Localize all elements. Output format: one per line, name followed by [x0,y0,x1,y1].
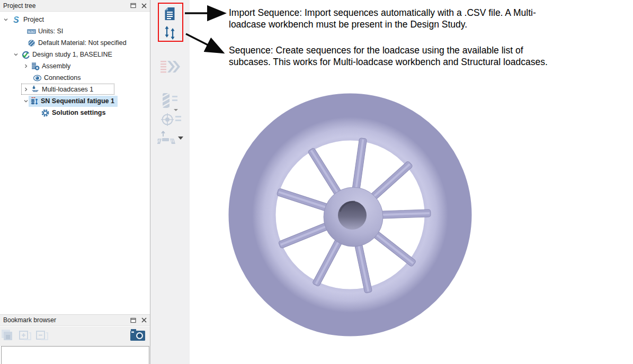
tree-item-label: Default Material: Not specified [38,39,127,47]
chevron-down-icon[interactable] [23,98,29,104]
project-tree-header: Project tree [0,0,150,12]
sn-fatigue-icon [30,97,39,106]
bookmark-browser-title: Bookmark browser [3,316,129,324]
chevron-right-icon[interactable] [23,87,29,92]
tree-item-multi-loadcases[interactable]: Multi-loadcases 1 [0,84,150,95]
callout-line: Sequence: Create sequences for the loadc… [229,44,548,56]
chevron-down-icon[interactable] [3,17,8,22]
tree-item-design-study[interactable]: Design study 1, BASELINE [0,49,150,60]
camera-icon [130,329,145,342]
close-panel-button[interactable] [139,2,149,10]
wheel-geometry [252,117,448,313]
chevron-right-icon[interactable] [23,63,29,69]
left-dock-area: Project tree S Project [0,0,150,364]
application-window: Project tree S Project [0,0,633,364]
fixture-button[interactable] [157,130,184,145]
tree-item-project[interactable]: S Project [0,14,150,25]
tree-item-label: Project [23,16,44,23]
float-panel-button[interactable] [129,316,138,324]
solution-settings-icon [41,108,50,117]
tree-item-units[interactable]: Units: SI [0,25,150,37]
simcenter-logo-icon: S [12,15,21,24]
connections-icon [33,74,42,83]
svg-text:S: S [13,15,19,24]
snapshot-button[interactable] [130,329,145,342]
collapse-all-button[interactable] [35,329,50,342]
callout-line: loadcase workbench must be present in th… [229,19,536,30]
selected-row-highlight: SN Sequential fatigue 1 [29,96,118,107]
list-chevrons-icon [160,60,180,75]
wheel-model[interactable] [222,85,478,349]
expand-all-icon [19,329,32,342]
multi-loadcases-icon [31,85,40,94]
project-tree-title: Project tree [3,2,129,10]
ruler-icon [27,27,36,36]
arrow-fixture-icon [157,130,184,145]
project-tree: S Project Units: SI [0,12,150,314]
target-list-button[interactable] [161,113,182,126]
close-panel-button[interactable] [139,316,149,324]
bookmark-toolbar [0,326,150,346]
float-icon [130,317,137,323]
callout-sequence: Sequence: Create sequences for the loadc… [229,44,548,68]
tree-item-sn-sequential-fatigue[interactable]: SN Sequential fatigue 1 [0,95,150,107]
tree-item-label: Assembly [42,62,70,70]
tree-item-label: Solution settings [52,109,105,116]
expand-all-button[interactable] [18,329,33,342]
tree-item-label: Design study 1, BASELINE [32,51,112,58]
collapse-all-icon [35,329,49,342]
sequence-toolstrip [150,0,190,364]
close-icon [141,317,147,323]
up-down-arrows-icon [163,25,177,40]
tree-item-assembly[interactable]: Assembly [0,60,150,72]
document-icon [164,7,175,21]
add-bookmark-button[interactable] [1,329,15,342]
tree-item-connections[interactable]: Connections [0,72,150,84]
bookmark-browser-header: Bookmark browser [0,314,150,326]
tree-item-solution-settings[interactable]: Solution settings [0,107,150,119]
tree-item-label: Multi-loadcases 1 [42,86,93,93]
import-sequence-button[interactable] [164,7,175,21]
run-sequence-button[interactable] [160,60,180,75]
float-icon [130,3,137,8]
bookmark-stack-icon [1,329,15,342]
callout-import-sequence: Import Sequence: Import sequences automa… [229,7,536,30]
chevron-down-icon[interactable] [13,52,19,57]
loadcase-list-button[interactable] [162,93,183,112]
callout-line: subcases. This works for Multi-loadcase … [229,56,548,68]
target-list-icon [161,113,182,126]
tree-item-label: Units: SI [38,28,63,35]
coil-list-icon [162,93,183,112]
tree-item-label: Connections [44,74,81,81]
tree-item-default-material[interactable]: Default Material: Not specified [0,37,150,49]
close-icon [141,3,147,8]
assembly-icon [31,62,40,71]
float-panel-button[interactable] [129,2,138,10]
tree-item-label: SN Sequential fatigue 1 [41,97,114,105]
sequence-button[interactable] [163,25,177,40]
callout-line: Import Sequence: Import sequences automa… [229,7,536,19]
bookmark-list[interactable] [1,346,149,364]
design-study-icon [21,50,30,59]
material-icon [27,39,36,48]
